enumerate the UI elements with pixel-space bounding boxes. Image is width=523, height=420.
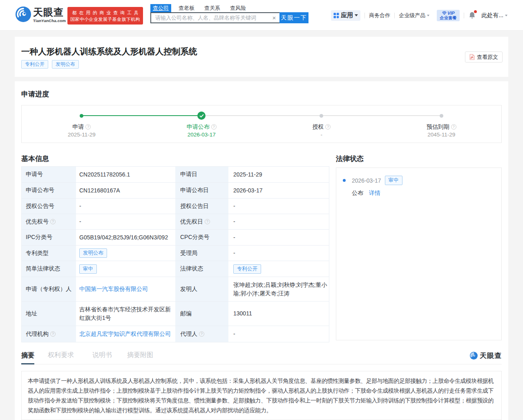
help-icon[interactable]: ? — [50, 331, 56, 337]
search-tabs: 查公司 查老板 查关系 查风险 — [150, 4, 308, 12]
help-icon[interactable]: ? — [211, 124, 217, 130]
row-value: - — [228, 214, 329, 229]
notification-dot — [474, 10, 477, 13]
nav-business[interactable]: 商务合作 — [369, 12, 390, 19]
table-row: 申请号 CN202511782056.1 申请日 2025-11-29 — [22, 167, 329, 183]
table-row: 优先权号? - 优先权日? - — [22, 214, 329, 230]
watermark-brand: 天眼查 — [480, 351, 502, 360]
progress-box: 申请? 2025-11-29 申请公布? 2026-03-17 授权? - 预 — [21, 105, 502, 143]
step-dot-pending — [440, 114, 443, 118]
row-value: G05B19/042;B25J9/16;G06N3/092 — [76, 230, 175, 245]
header-nav: 应用 商务合作 企业级产品 VIP 企业套餐 — [331, 0, 507, 31]
row-label: 授权公告日 — [175, 199, 228, 214]
step-date: - — [262, 132, 382, 138]
row-value: 2025-11-29 — [228, 167, 329, 182]
row-label: 优先权日? — [175, 214, 228, 229]
search-tab-boss[interactable]: 查老板 — [176, 4, 197, 12]
nav-enterprise-label: 企业级产品 — [399, 12, 425, 19]
row-value: CN202511782056.1 — [76, 167, 175, 182]
progress-heading: 申请进度 — [21, 91, 502, 98]
step-date: 2025-11-29 — [22, 132, 142, 138]
row-label: 简单法律状态 — [22, 261, 76, 277]
vip-label: VIP — [447, 11, 455, 16]
row-value: 发明公布 — [76, 246, 175, 261]
nav-account[interactable]: 此处有... — [481, 12, 507, 19]
clear-search-icon[interactable]: × — [269, 13, 279, 22]
table-row: 申请公布号 CN121680167A 申请公布日 2026-03-17 — [22, 183, 329, 199]
step-dot-pending — [320, 114, 323, 118]
tab-abstract-figure[interactable]: 摘要附图 — [127, 351, 153, 364]
progress-step-expiry: 预估到期? 2045-11-29 — [382, 112, 502, 138]
row-label: 法律状态 — [175, 261, 228, 277]
search-input[interactable] — [151, 13, 269, 22]
doc-tabs: 摘要 权利要求 说明书 摘要附图 天眼查 — [21, 351, 502, 364]
tag-patent-public: 专利公开 — [21, 60, 48, 69]
step-dot-done — [80, 114, 83, 118]
chevron-down-icon — [427, 15, 429, 18]
search-area: 查公司 查老板 查关系 查风险 × 天眼一下 — [150, 4, 308, 23]
help-icon[interactable]: ? — [205, 219, 210, 224]
row-value: 专利公开 — [228, 261, 329, 277]
slogan-line2: 国家中小企业发展子基金旗下机构 — [67, 16, 143, 22]
step-label: 申请 — [72, 123, 84, 130]
step-date: 2045-11-29 — [382, 132, 502, 138]
row-label: CPC分类号 — [175, 230, 228, 245]
row-value: - — [228, 246, 329, 261]
help-icon[interactable]: ? — [85, 124, 91, 130]
slogan-line1: 都在用的商业查询工具 — [67, 9, 145, 16]
tab-claims[interactable]: 权利要求 — [48, 351, 74, 364]
tianyancha-logo-icon — [470, 352, 478, 360]
help-icon[interactable]: ? — [451, 124, 456, 130]
step-check-icon — [197, 112, 206, 120]
progress-step-publication: 申请公布? 2026-03-17 — [142, 112, 262, 138]
search-tab-risk[interactable]: 查风险 — [228, 4, 248, 12]
basic-info-heading: 基本信息 — [21, 155, 329, 162]
search-button[interactable]: 天眼一下 — [279, 12, 308, 23]
legal-status-box: 2026-03-17 审中 公布 详情 — [336, 168, 502, 340]
search-tab-relation[interactable]: 查关系 — [202, 4, 223, 12]
help-icon[interactable]: ? — [325, 124, 331, 130]
vip-package-label: 企业套餐 — [440, 16, 457, 20]
help-icon[interactable]: ? — [50, 219, 56, 224]
agency-link[interactable]: 北京超凡宏宇知识产权代理有限公司 — [79, 330, 171, 338]
abstract-text: 本申请提供了一种人形机器人训练系统及人形机器人控制系统，其中，该系统包括：采集人… — [28, 376, 495, 415]
tag-invention-publication: 发明公布 — [52, 60, 79, 69]
brand-slogan: 都在用的商业查询工具 国家中小企业发展子基金旗下机构 — [67, 7, 143, 25]
row-value: 中国第一汽车股份有限公司 — [76, 277, 175, 301]
chevron-down-icon — [505, 15, 507, 18]
row-label: 申请（专利权）人 — [22, 277, 76, 301]
abstract-box: 本申请提供了一种人形机器人训练系统及人形机器人控制系统，其中，该系统包括：采集人… — [21, 371, 502, 420]
nav-apps-label: 应用 — [341, 11, 353, 19]
step-label: 授权 — [312, 123, 324, 130]
help-icon[interactable]: ? — [199, 331, 204, 337]
row-value: - — [76, 214, 175, 229]
row-label: 优先权号? — [22, 214, 76, 229]
applicant-link[interactable]: 中国第一汽车股份有限公司 — [79, 285, 148, 293]
row-value: - — [228, 199, 329, 214]
pdf-icon — [469, 54, 475, 60]
view-original-button[interactable]: 查看原文 — [465, 51, 503, 63]
search-box: × 天眼一下 — [150, 12, 308, 23]
row-label: 申请号 — [22, 167, 76, 182]
info-columns: 基本信息 申请号 CN202511782056.1 申请日 2025-11-29… — [21, 155, 502, 342]
divider — [394, 13, 395, 18]
row-value: 审中 — [76, 261, 175, 277]
tianyancha-logo[interactable]: 天眼查 TianYanCha.com — [16, 7, 66, 23]
row-label: 申请公布日 — [175, 183, 228, 198]
tianyancha-logo-icon — [16, 7, 31, 22]
row-value: 130011 — [228, 302, 329, 326]
table-row: 简单法律状态 审中 法律状态 专利公开 — [22, 261, 329, 277]
tab-description[interactable]: 说明书 — [92, 351, 112, 364]
notification-bell[interactable] — [468, 11, 476, 21]
legal-detail-link[interactable]: 详情 — [369, 190, 380, 196]
nav-apps[interactable]: 应用 — [331, 10, 360, 21]
brand-domain: TianYanCha.com — [33, 18, 66, 23]
tab-abstract[interactable]: 摘要 — [21, 351, 34, 364]
search-tab-company[interactable]: 查公司 — [150, 4, 171, 12]
apps-grid-icon — [333, 13, 339, 18]
row-label: 邮编 — [175, 302, 228, 326]
vip-badge[interactable]: VIP 企业套餐 — [437, 10, 460, 21]
row-label: IPC分类号 — [22, 230, 76, 245]
nav-enterprise[interactable]: 企业级产品 — [399, 12, 429, 19]
row-label: 地址 — [22, 302, 76, 326]
